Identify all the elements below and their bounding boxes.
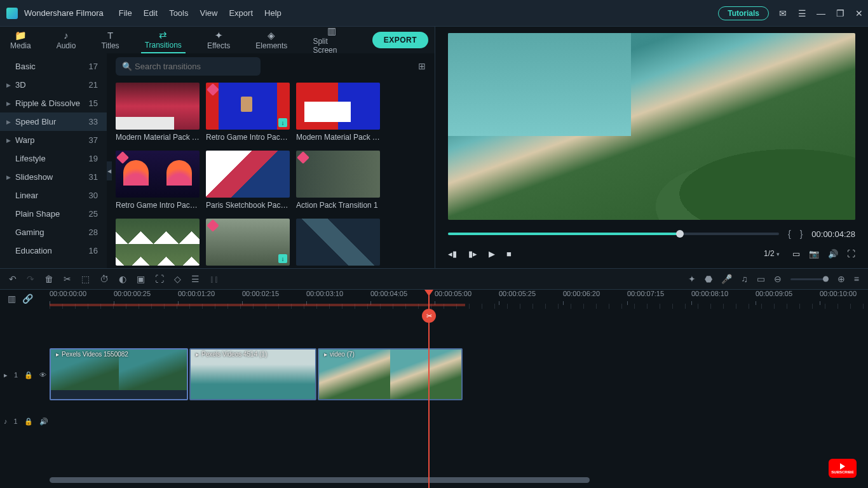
timeline-scrollbar[interactable]: [50, 477, 590, 483]
link-icon[interactable]: 🔗: [22, 294, 33, 304]
stop-button[interactable]: ■: [506, 249, 512, 259]
tab-titles[interactable]: TTitles: [97, 28, 123, 53]
prev-frame-button[interactable]: ◂▮: [448, 249, 457, 259]
transition-thumb[interactable]: Modern Material Pack Tr…: [296, 83, 380, 142]
transition-thumb[interactable]: Action Pack Transition 1: [296, 151, 380, 210]
render-button[interactable]: ✦: [688, 274, 696, 284]
transition-thumb[interactable]: ↓Retro Game Intro Pack T…: [206, 83, 290, 142]
video-clip[interactable]: ▸Pexels Videos 1550082: [50, 348, 188, 400]
adjust-button[interactable]: ☰: [191, 274, 200, 284]
category-basic[interactable]: Basic17: [0, 57, 107, 76]
lock-icon[interactable]: 🔒: [24, 417, 33, 426]
transition-thumb[interactable]: Paris Sketchbook Pack Tr…: [206, 151, 290, 210]
category-plain-shape[interactable]: Plain Shape25: [0, 205, 107, 223]
snapshot-icon[interactable]: 📷: [809, 249, 819, 259]
category-gaming[interactable]: Gaming28: [0, 223, 107, 241]
transition-thumb[interactable]: ↓: [206, 219, 290, 268]
maximize-icon[interactable]: ❐: [835, 8, 845, 18]
tab-transitions[interactable]: ⇄Transitions: [141, 27, 186, 53]
close-icon[interactable]: ✕: [854, 8, 864, 18]
menu-edit[interactable]: Edit: [144, 8, 158, 18]
category-ripple-dissolve[interactable]: ▶Ripple & Dissolve15: [0, 94, 107, 112]
download-icon[interactable]: ↓: [278, 254, 287, 263]
zoom-in-button[interactable]: ⊕: [837, 274, 845, 284]
grid-view-icon[interactable]: ⊞: [418, 61, 426, 71]
preview-seekbar[interactable]: [448, 233, 779, 235]
premium-badge-icon: [207, 219, 219, 232]
category-speed-blur[interactable]: ▶Speed Blur33: [0, 112, 107, 131]
transition-thumb[interactable]: Modern Material Pack Tr…: [116, 83, 200, 142]
undo-button[interactable]: ↶: [9, 274, 17, 284]
category-sidebar[interactable]: Basic17 ▶3D21 ▶Ripple & Dissolve15 ▶Spee…: [0, 53, 107, 268]
aspect-button[interactable]: ▭: [757, 274, 765, 284]
delete-button[interactable]: 🗑: [44, 274, 53, 284]
category-3d[interactable]: ▶3D21: [0, 76, 107, 94]
category-linear[interactable]: Linear30: [0, 186, 107, 205]
video-clip[interactable]: ▸Pexels Videos 4514 (1): [189, 348, 316, 400]
green-screen-button[interactable]: ▣: [137, 274, 145, 284]
mark-in-icon[interactable]: {: [788, 229, 791, 239]
transition-thumb[interactable]: Retro Game Intro Pack T…: [116, 151, 200, 210]
search-input[interactable]: [116, 57, 261, 76]
menu-view[interactable]: View: [200, 8, 217, 18]
playhead[interactable]: ✂: [428, 290, 430, 488]
step-back-button[interactable]: ▮▸: [468, 249, 477, 259]
mark-out-icon[interactable]: }: [800, 229, 803, 239]
crop-button[interactable]: ⬚: [81, 274, 90, 284]
volume-icon[interactable]: 🔊: [828, 249, 838, 259]
display-icon[interactable]: ▭: [792, 249, 800, 259]
zoom-fit-button[interactable]: ≡: [854, 274, 859, 284]
timeline[interactable]: ▥ 🔗 00:00:00:00 00:00:00:25 00:00:01:20 …: [0, 290, 868, 488]
category-education[interactable]: Education16: [0, 241, 107, 260]
zoom-out-button[interactable]: ⊖: [774, 274, 782, 284]
download-icon[interactable]: ↓: [278, 118, 287, 127]
mail-icon[interactable]: ✉: [778, 8, 788, 18]
audio-track: ♪ 1 🔒 🔊: [0, 412, 868, 431]
scissor-icon[interactable]: ✂: [422, 309, 436, 323]
transitions-grid[interactable]: Modern Material Pack Tr… ↓Retro Game Int…: [107, 79, 435, 268]
preview-viewport[interactable]: [448, 33, 855, 220]
category-warp[interactable]: ▶Warp37: [0, 131, 107, 149]
zoom-slider[interactable]: [790, 278, 829, 280]
subscribe-overlay[interactable]: SUBSCRIBE: [829, 459, 857, 478]
tab-split-screen[interactable]: ▥Split Screen: [309, 24, 354, 57]
color-button[interactable]: ◐: [119, 274, 126, 284]
audio-tool-button[interactable]: ⫿⫿: [210, 274, 219, 284]
transition-thumb[interactable]: [116, 219, 200, 268]
lock-icon[interactable]: 🔒: [24, 371, 33, 379]
category-slideshow[interactable]: ▶Slideshow31: [0, 168, 107, 186]
selection-range[interactable]: [50, 304, 465, 306]
menu-file[interactable]: File: [119, 8, 132, 18]
transition-thumb[interactable]: [296, 219, 380, 268]
tab-media[interactable]: 📁Media: [6, 28, 35, 53]
sidebar-collapse-handle[interactable]: ◀: [107, 161, 112, 180]
menu-export[interactable]: Export: [229, 8, 253, 18]
video-clip[interactable]: ▸video (7): [318, 348, 463, 400]
play-button[interactable]: ▶: [489, 249, 495, 259]
record-voice-button[interactable]: 🎤: [721, 274, 732, 284]
export-button[interactable]: EXPORT: [372, 32, 428, 48]
track-index: 1: [14, 371, 18, 379]
minimize-icon[interactable]: —: [816, 8, 826, 18]
menu-icon[interactable]: ☰: [797, 8, 807, 18]
timeline-settings-icon[interactable]: ▥: [8, 294, 16, 304]
split-button[interactable]: ✂: [64, 274, 71, 284]
category-lifestyle[interactable]: Lifestyle19: [0, 149, 107, 168]
tab-effects[interactable]: ✦Effects: [203, 28, 234, 53]
mute-icon[interactable]: 🔊: [39, 417, 48, 426]
tab-elements[interactable]: ◈Elements: [252, 28, 291, 53]
keyframe-button[interactable]: ◇: [174, 274, 181, 284]
seekbar-thumb[interactable]: [676, 230, 684, 238]
menu-tools[interactable]: Tools: [169, 8, 188, 18]
preview-scale-select[interactable]: 1/2 ▾: [760, 248, 783, 259]
expand-button[interactable]: ⛶: [155, 274, 164, 284]
tutorials-button[interactable]: Tutorials: [718, 6, 769, 20]
redo-button[interactable]: ↷: [27, 274, 34, 284]
mixer-button[interactable]: ♫: [741, 274, 748, 284]
tab-audio[interactable]: ♪Audio: [53, 28, 80, 53]
visibility-icon[interactable]: 👁: [39, 371, 46, 379]
marker-button[interactable]: ⬣: [705, 274, 712, 284]
fullscreen-icon[interactable]: ⛶: [847, 249, 855, 259]
speed-button[interactable]: ⏱: [100, 274, 109, 284]
menu-help[interactable]: Help: [264, 8, 281, 18]
